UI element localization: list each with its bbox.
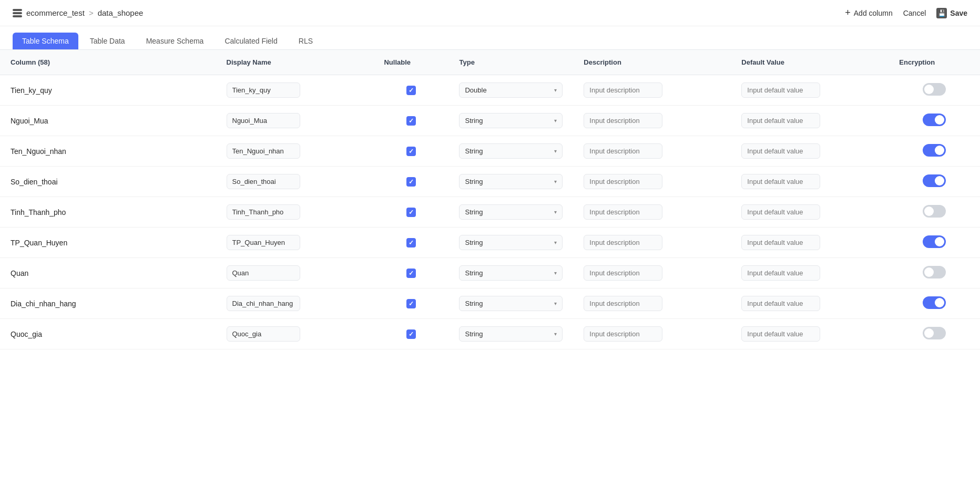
- default-value-input[interactable]: [741, 174, 820, 189]
- nullable-checkbox[interactable]: [406, 147, 416, 156]
- display-name-input[interactable]: [227, 235, 300, 250]
- nullable-checkbox[interactable]: [406, 329, 416, 339]
- encryption-cell: [889, 136, 980, 167]
- encryption-toggle[interactable]: [923, 235, 946, 248]
- type-dropdown[interactable]: String▾: [459, 174, 563, 189]
- type-dropdown[interactable]: Double▾: [459, 82, 563, 98]
- encryption-cell: [889, 258, 980, 288]
- type-value: String: [465, 269, 483, 277]
- description-input[interactable]: [584, 113, 662, 128]
- encryption-toggle[interactable]: [923, 174, 946, 187]
- default-value-cell: [731, 288, 889, 319]
- description-cell: [573, 319, 731, 349]
- nullable-checkbox[interactable]: [406, 86, 416, 95]
- nullable-checkbox[interactable]: [406, 269, 416, 278]
- type-dropdown[interactable]: String▾: [459, 113, 563, 128]
- type-dropdown[interactable]: String▾: [459, 204, 563, 220]
- default-value-input[interactable]: [741, 265, 820, 281]
- tab-table-data[interactable]: Table Data: [80, 33, 135, 49]
- encryption-toggle[interactable]: [923, 296, 946, 309]
- default-value-input[interactable]: [741, 296, 820, 311]
- description-cell: [573, 167, 731, 197]
- tab-table-schema[interactable]: Table Schema: [13, 33, 78, 49]
- default-value-input[interactable]: [741, 326, 820, 342]
- encryption-toggle[interactable]: [923, 114, 946, 126]
- save-icon: 💾: [936, 8, 947, 18]
- th-column: Column (58): [0, 50, 216, 75]
- default-value-input[interactable]: [741, 82, 820, 98]
- tabs-bar: Table Schema Table Data Measure Schema C…: [0, 26, 980, 50]
- chevron-down-icon: ▾: [554, 209, 557, 215]
- display-name-input[interactable]: [227, 204, 300, 220]
- table-row: Quoc_giaString▾: [0, 319, 980, 349]
- description-input[interactable]: [584, 82, 662, 98]
- description-input[interactable]: [584, 143, 662, 159]
- column-name: Tien_ky_quy: [0, 75, 216, 106]
- display-name-input[interactable]: [227, 326, 300, 342]
- display-name-input[interactable]: [227, 113, 300, 128]
- nullable-cell: [373, 136, 448, 167]
- description-input[interactable]: [584, 326, 662, 342]
- add-column-label: Add column: [854, 9, 893, 17]
- description-cell: [573, 75, 731, 106]
- default-value-input[interactable]: [741, 204, 820, 220]
- table-row: TP_Quan_HuyenString▾: [0, 228, 980, 258]
- type-dropdown[interactable]: String▾: [459, 326, 563, 342]
- save-label: Save: [950, 9, 967, 17]
- chevron-down-icon: ▾: [554, 179, 557, 184]
- table-row: Dia_chi_nhan_hangString▾: [0, 288, 980, 319]
- add-column-button[interactable]: + Add column: [845, 7, 892, 18]
- encryption-toggle[interactable]: [923, 83, 946, 96]
- save-button[interactable]: 💾 Save: [936, 8, 967, 18]
- type-cell: String▾: [448, 228, 573, 258]
- header: ecommerce_test > data_shopee + Add colum…: [0, 0, 980, 26]
- nullable-checkbox[interactable]: [406, 116, 416, 126]
- description-input[interactable]: [584, 296, 662, 311]
- column-name: TP_Quan_Huyen: [0, 228, 216, 258]
- type-cell: String▾: [448, 106, 573, 136]
- cancel-button[interactable]: Cancel: [903, 9, 926, 17]
- nullable-checkbox[interactable]: [406, 238, 416, 248]
- tab-rls[interactable]: RLS: [289, 33, 322, 49]
- description-input[interactable]: [584, 174, 662, 189]
- display-name-cell: [216, 288, 374, 319]
- tab-calculated-field[interactable]: Calculated Field: [215, 33, 287, 49]
- default-value-cell: [731, 228, 889, 258]
- encryption-toggle[interactable]: [923, 144, 946, 157]
- default-value-input[interactable]: [741, 143, 820, 159]
- table-row: Ten_Nguoi_nhanString▾: [0, 136, 980, 167]
- nullable-checkbox[interactable]: [406, 177, 416, 187]
- encryption-toggle[interactable]: [923, 327, 946, 339]
- display-name-cell: [216, 319, 374, 349]
- column-name: Ten_Nguoi_nhan: [0, 136, 216, 167]
- description-input[interactable]: [584, 235, 662, 250]
- encryption-toggle[interactable]: [923, 205, 946, 218]
- type-dropdown[interactable]: String▾: [459, 235, 563, 250]
- description-input[interactable]: [584, 204, 662, 220]
- description-input[interactable]: [584, 265, 662, 281]
- encryption-toggle[interactable]: [923, 266, 946, 279]
- nullable-cell: [373, 288, 448, 319]
- encryption-cell: [889, 106, 980, 136]
- display-name-input[interactable]: [227, 265, 300, 281]
- type-value: String: [465, 178, 483, 185]
- display-name-input[interactable]: [227, 82, 300, 98]
- default-value-input[interactable]: [741, 235, 820, 250]
- display-name-input[interactable]: [227, 143, 300, 159]
- display-name-cell: [216, 136, 374, 167]
- column-name: Quoc_gia: [0, 319, 216, 349]
- tab-measure-schema[interactable]: Measure Schema: [137, 33, 213, 49]
- display-name-input[interactable]: [227, 174, 300, 189]
- default-value-input[interactable]: [741, 113, 820, 128]
- display-name-input[interactable]: [227, 296, 300, 311]
- type-dropdown[interactable]: String▾: [459, 143, 563, 159]
- nullable-cell: [373, 228, 448, 258]
- chevron-down-icon: ▾: [554, 118, 557, 123]
- column-name: Quan: [0, 258, 216, 288]
- encryption-cell: [889, 288, 980, 319]
- type-dropdown[interactable]: String▾: [459, 296, 563, 311]
- nullable-checkbox[interactable]: [406, 208, 416, 217]
- nullable-checkbox[interactable]: [406, 299, 416, 308]
- type-dropdown[interactable]: String▾: [459, 265, 563, 281]
- th-encryption: Encryption: [889, 50, 980, 75]
